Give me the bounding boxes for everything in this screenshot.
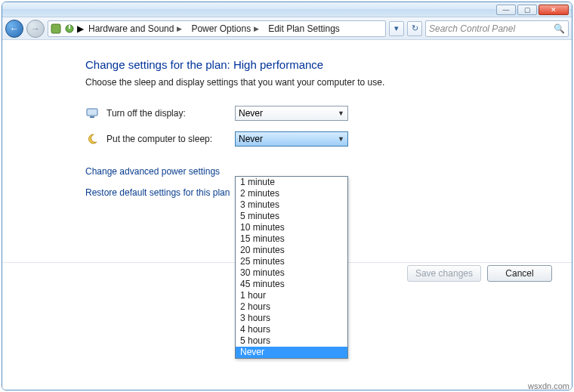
control-panel-icon — [50, 23, 62, 35]
breadcrumb-edit-plan[interactable]: Edit Plan Settings — [265, 21, 344, 36]
chevron-down-icon: ▼ — [338, 135, 344, 143]
button-row: Save changes Cancel — [407, 265, 552, 282]
svg-rect-2 — [69, 25, 70, 29]
dropdown-option[interactable]: 25 minutes — [236, 256, 347, 267]
dropdown-option[interactable]: 45 minutes — [236, 279, 347, 290]
dropdown-option[interactable]: 5 hours — [236, 335, 347, 347]
monitor-icon — [85, 106, 99, 120]
combo-value: Never — [239, 134, 263, 144]
svg-rect-3 — [87, 109, 97, 116]
breadcrumb-label: Power Options — [191, 23, 251, 34]
dropdown-option[interactable]: 15 minutes — [236, 233, 347, 245]
breadcrumb-power-options[interactable]: Power Options▶ — [188, 21, 264, 36]
breadcrumb[interactable]: ▶ Hardware and Sound▶ Power Options▶ Edi… — [48, 20, 386, 37]
power-icon — [63, 23, 76, 35]
dropdown-option[interactable]: 1 minute — [236, 177, 347, 188]
refresh-button[interactable]: ↻ — [407, 21, 422, 36]
search-placeholder: Search Control Panel — [429, 23, 515, 34]
setting-row-display: Turn off the display: Never ▼ — [85, 106, 557, 121]
minimize-button[interactable]: — — [496, 5, 516, 15]
svg-rect-4 — [90, 116, 94, 118]
chevron-right-icon: ▶ — [254, 25, 259, 32]
forward-button[interactable]: → — [26, 20, 45, 38]
combo-value: Never — [239, 108, 263, 119]
watermark: wsxdn.com — [528, 381, 569, 390]
search-icon: 🔍 — [554, 23, 565, 34]
address-bar: ← → ▶ Hardware and Sound▶ Power Options▶… — [2, 17, 572, 40]
close-button[interactable]: ✕ — [539, 5, 569, 15]
dropdown-option[interactable]: 2 minutes — [236, 188, 347, 199]
cancel-button[interactable]: Cancel — [487, 265, 552, 282]
sleep-timeout-dropdown[interactable]: 1 minute2 minutes3 minutes5 minutes10 mi… — [235, 176, 348, 359]
breadcrumb-hardware[interactable]: Hardware and Sound▶ — [85, 21, 187, 36]
dropdown-option[interactable]: 3 minutes — [236, 199, 347, 211]
setting-row-sleep: Put the computer to sleep: Never ▼ — [85, 131, 557, 147]
dropdown-option[interactable]: 10 minutes — [236, 222, 347, 233]
content-area: Change settings for the plan: High perfo… — [2, 40, 572, 390]
page-title: Change settings for the plan: High perfo… — [85, 58, 557, 71]
back-button[interactable]: ← — [5, 20, 23, 38]
dropdown-option[interactable]: 1 hour — [236, 290, 347, 301]
sleep-label: Put the computer to sleep: — [106, 134, 235, 144]
search-input[interactable]: Search Control Panel 🔍 — [425, 20, 569, 37]
chevron-right-icon: ▶ — [177, 25, 182, 32]
sleep-timeout-combo[interactable]: Never ▼ — [235, 131, 348, 147]
advanced-link-row: Change advanced power settings — [85, 166, 557, 177]
dropdown-option[interactable]: Never — [236, 347, 347, 358]
breadcrumb-label: Hardware and Sound — [88, 23, 174, 34]
display-timeout-combo[interactable]: Never ▼ — [235, 106, 348, 121]
dropdown-option[interactable]: 20 minutes — [236, 245, 347, 256]
advanced-power-link[interactable]: Change advanced power settings — [85, 166, 220, 177]
breadcrumb-label: Edit Plan Settings — [268, 23, 340, 34]
titlebar: — ▢ ✕ — [2, 2, 572, 17]
save-button[interactable]: Save changes — [407, 265, 481, 282]
dropdown-option[interactable]: 3 hours — [236, 313, 347, 324]
display-label: Turn off the display: — [106, 108, 235, 119]
svg-rect-0 — [51, 24, 60, 33]
window-frame: — ▢ ✕ ← → ▶ Hardware and Sound▶ Power Op… — [2, 2, 572, 390]
history-dropdown-button[interactable]: ▾ — [389, 21, 404, 36]
dropdown-option[interactable]: 30 minutes — [236, 267, 347, 279]
chevron-down-icon: ▼ — [338, 110, 344, 117]
page-subtitle: Choose the sleep and display settings th… — [85, 77, 557, 88]
moon-icon — [85, 132, 99, 146]
restore-defaults-link[interactable]: Restore default settings for this plan — [85, 187, 230, 198]
maximize-button[interactable]: ▢ — [517, 5, 537, 15]
dropdown-option[interactable]: 2 hours — [236, 301, 347, 313]
dropdown-option[interactable]: 4 hours — [236, 324, 347, 335]
chevron-right-icon: ▶ — [77, 23, 84, 34]
dropdown-option[interactable]: 5 minutes — [236, 211, 347, 222]
